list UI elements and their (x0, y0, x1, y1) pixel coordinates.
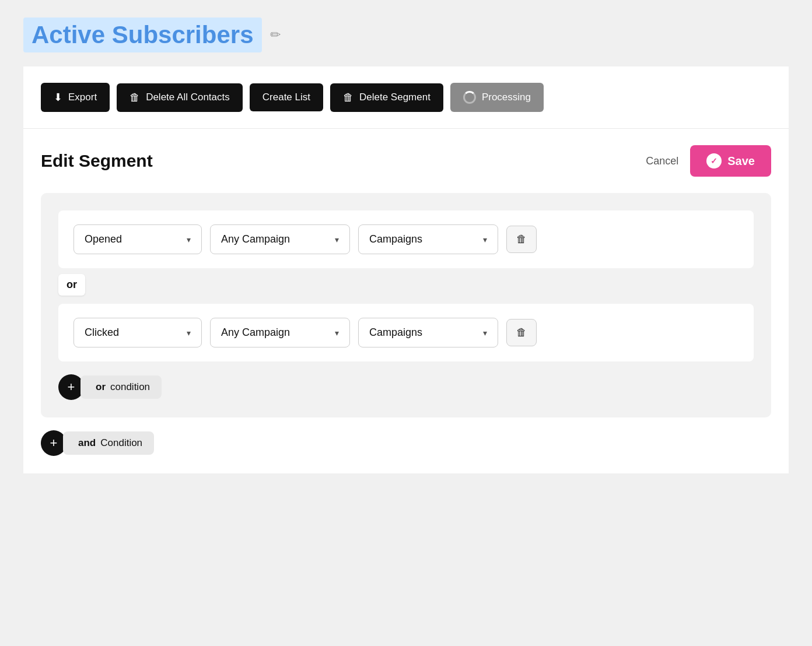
action-select-1-value: Opened (85, 233, 122, 245)
export-icon: ⬇ (54, 91, 62, 104)
campaign-type-1-value: Campaigns (369, 233, 422, 245)
trash-icon-cond-2: 🗑 (516, 326, 527, 339)
page-wrapper: Active Subscribers ✏ ⬇ Export 🗑 Delete A… (0, 0, 812, 491)
delete-segment-label: Delete Segment (359, 92, 430, 103)
chevron-down-icon-4: ▾ (187, 328, 191, 338)
and-text: and (78, 437, 96, 449)
segment-editor: Opened ▾ Any Campaign ▾ Campaigns ▾ 🗑 (41, 193, 771, 417)
processing-button[interactable]: Processing (450, 83, 544, 112)
add-and-condition-row: + and Condition (41, 430, 771, 456)
action-select-1[interactable]: Opened ▾ (74, 224, 202, 254)
processing-label: Processing (482, 92, 531, 103)
campaign-scope-2-value: Any Campaign (221, 326, 290, 339)
cancel-button[interactable]: Cancel (646, 155, 678, 167)
delete-condition-1-button[interactable]: 🗑 (506, 226, 537, 253)
delete-contacts-label: Delete All Contacts (146, 92, 230, 103)
trash-icon-contacts: 🗑 (130, 92, 140, 104)
chevron-down-icon: ▾ (187, 235, 191, 244)
save-label: Save (727, 155, 755, 168)
campaign-scope-select-2[interactable]: Any Campaign ▾ (210, 318, 350, 347)
condition-text-and: Condition (100, 437, 142, 449)
campaign-type-select-1[interactable]: Campaigns ▾ (358, 224, 498, 254)
or-text: or (96, 381, 106, 393)
delete-segment-button[interactable]: 🗑 Delete Segment (330, 83, 443, 112)
add-or-condition-label[interactable]: or condition (80, 375, 162, 399)
export-button[interactable]: ⬇ Export (41, 83, 110, 112)
export-label: Export (68, 92, 97, 103)
condition-block-2: Clicked ▾ Any Campaign ▾ Campaigns ▾ 🗑 (58, 304, 754, 361)
campaign-type-2-value: Campaigns (369, 326, 422, 339)
chevron-down-icon-5: ▾ (335, 328, 339, 338)
condition-row-2: Clicked ▾ Any Campaign ▾ Campaigns ▾ 🗑 (74, 318, 738, 347)
main-content: Opened ▾ Any Campaign ▾ Campaigns ▾ 🗑 (23, 193, 789, 473)
chevron-down-icon-3: ▾ (483, 235, 487, 244)
page-title: Active Subscribers (23, 17, 262, 52)
campaign-type-select-2[interactable]: Campaigns ▾ (358, 318, 498, 347)
or-badge-1: or (58, 274, 85, 296)
toolbar: ⬇ Export 🗑 Delete All Contacts Create Li… (23, 66, 789, 128)
edit-segment-header: Edit Segment Cancel ✓ Save (23, 128, 789, 193)
header-actions: Cancel ✓ Save (646, 145, 771, 177)
edit-segment-title: Edit Segment (41, 151, 153, 171)
header-row: Active Subscribers ✏ (23, 17, 789, 52)
condition-text: condition (110, 381, 150, 393)
trash-icon-cond-1: 🗑 (516, 233, 527, 245)
save-button[interactable]: ✓ Save (690, 145, 771, 177)
edit-icon[interactable]: ✏ (270, 27, 281, 43)
campaign-scope-select-1[interactable]: Any Campaign ▾ (210, 224, 350, 254)
create-list-label: Create List (262, 92, 310, 103)
trash-icon-segment: 🗑 (343, 92, 354, 104)
spinner-icon (463, 91, 476, 104)
action-select-2[interactable]: Clicked ▾ (74, 318, 202, 347)
delete-condition-2-button[interactable]: 🗑 (506, 319, 537, 346)
plus-icon-and: + (50, 436, 58, 451)
campaign-scope-1-value: Any Campaign (221, 233, 290, 245)
create-list-button[interactable]: Create List (250, 83, 323, 111)
chevron-down-icon-2: ▾ (335, 235, 339, 244)
action-select-2-value: Clicked (85, 326, 119, 339)
condition-row-1: Opened ▾ Any Campaign ▾ Campaigns ▾ 🗑 (74, 224, 738, 254)
add-and-condition-label[interactable]: and Condition (63, 431, 154, 455)
delete-contacts-button[interactable]: 🗑 Delete All Contacts (117, 83, 243, 112)
or-connector-1: or (58, 274, 754, 296)
plus-icon-or: + (68, 380, 75, 395)
chevron-down-icon-6: ▾ (483, 328, 487, 338)
add-or-condition-row: + or condition (58, 374, 754, 400)
condition-block-1: Opened ▾ Any Campaign ▾ Campaigns ▾ 🗑 (58, 210, 754, 268)
check-icon: ✓ (706, 153, 722, 168)
